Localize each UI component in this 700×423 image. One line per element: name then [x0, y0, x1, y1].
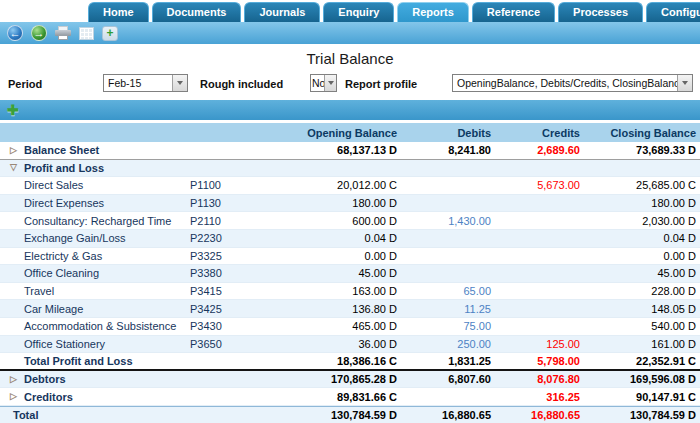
table-row-direct-sales: Direct SalesP110020,012.00 C5,673.0025,6…	[0, 177, 700, 195]
table-row-debtors: ▷Debtors170,865.28 D6,807.608,076.80169,…	[0, 371, 700, 389]
chevron-down-icon[interactable]	[324, 75, 336, 91]
table-header-row: Opening Balance Debits Credits Closing B…	[0, 123, 700, 142]
closing-balance-value: 161.00 D	[580, 338, 700, 350]
account-code: P3430	[190, 320, 250, 332]
report-profile-value: OpeningBalance, Debits/Credits, ClosingB…	[453, 77, 677, 89]
account-name: Exchange Gain/Loss	[24, 232, 126, 244]
expand-icon[interactable]: ▷	[8, 375, 19, 384]
account-code: P2230	[190, 232, 250, 244]
table-row-electricty-gas: Electricty & GasP33250.00 D0.00 D	[0, 248, 700, 266]
period-select[interactable]: Feb-15	[103, 74, 188, 92]
account-code: P3425	[190, 303, 250, 315]
period-value: Feb-15	[104, 77, 172, 89]
account-name: Total	[13, 409, 38, 421]
opening-balance-value: 0.00 D	[250, 250, 397, 262]
closing-balance-value: 540.00 D	[580, 320, 700, 332]
closing-balance-value: 2,030.00 D	[580, 215, 700, 227]
account-code: P3415	[190, 285, 250, 297]
back-icon[interactable]: ←	[7, 25, 23, 41]
debits-value[interactable]: 65.00	[397, 285, 491, 297]
table-row-accommodation-subsistence: Accommodation & SubsistenceP3430465.00 D…	[0, 318, 700, 336]
chevron-down-icon[interactable]	[172, 75, 187, 91]
account-code: P3325	[190, 250, 250, 262]
add-row-icon[interactable]: ✚	[7, 103, 19, 117]
table-row-creditors: ▷Creditors89,831.66 C316.2590,147.91 C	[0, 388, 700, 406]
account-name: Electricty & Gas	[24, 250, 102, 262]
tab-home[interactable]: Home	[88, 2, 149, 22]
tab-reports[interactable]: Reports	[397, 2, 469, 22]
column-header-credits: Credits	[491, 127, 580, 139]
opening-balance-value: 18,386.16 C	[250, 355, 397, 367]
table-row-office-stationery: Office StationeryP365036.00 D250.00125.0…	[0, 336, 700, 354]
column-header-debits: Debits	[397, 127, 491, 139]
print-icon-tray	[58, 35, 68, 40]
account-name: Office Stationery	[24, 338, 105, 350]
table-row-profit-and-loss: ▽Profit and Loss	[0, 160, 700, 178]
forward-icon[interactable]: →	[31, 25, 47, 41]
closing-balance-value: 180.00 D	[580, 197, 700, 209]
table-row-exchange-gain-loss: Exchange Gain/LossP22300.04 D0.04 D	[0, 230, 700, 248]
account-name: Consultancy: Recharged Time	[24, 215, 171, 227]
account-name: Debtors	[24, 373, 66, 385]
page-title: Trial Balance	[0, 44, 700, 70]
account-name: Direct Expenses	[24, 197, 104, 209]
grid-icon[interactable]	[79, 27, 94, 40]
account-name: Profit and Loss	[24, 162, 104, 174]
report-profile-select[interactable]: OpeningBalance, Debits/Credits, ClosingB…	[452, 74, 693, 92]
table-row-office-cleaning: Office CleaningP338045.00 D45.00 D	[0, 265, 700, 283]
credits-value: 8,076.80	[491, 373, 580, 385]
tab-configuration[interactable]: Configuration	[646, 2, 700, 22]
closing-balance-value: 228.00 D	[580, 285, 700, 297]
add-box-icon[interactable]: +	[102, 26, 118, 41]
opening-balance-value: 600.00 D	[250, 215, 397, 227]
closing-balance-value: 148.05 D	[580, 303, 700, 315]
tab-reference[interactable]: Reference	[472, 2, 555, 22]
closing-balance-value: 90,147.91 C	[580, 391, 700, 403]
filter-bar: Period Feb-15 Rough included No Report p…	[0, 70, 700, 98]
report-profile-label: Report profile	[345, 78, 417, 90]
rough-included-select[interactable]: No	[310, 74, 337, 92]
expand-icon[interactable]: ▷	[8, 392, 19, 401]
opening-balance-value: 0.04 D	[250, 232, 397, 244]
debits-value: 6,807.60	[397, 373, 491, 385]
debits-value[interactable]: 1,430.00	[397, 215, 491, 227]
account-name: Car Mileage	[24, 303, 83, 315]
account-name: Total Profit and Loss	[24, 355, 133, 367]
debits-value[interactable]: 250.00	[397, 338, 491, 350]
table-row-car-mileage: Car MileageP3425136.80 D11.25148.05 D	[0, 300, 700, 318]
add-bar: ✚	[0, 100, 700, 120]
opening-balance-value: 20,012.00 C	[250, 179, 397, 191]
expand-icon[interactable]: ▷	[8, 146, 19, 155]
print-icon[interactable]	[55, 26, 71, 40]
credits-value: 16,880.65	[491, 409, 580, 421]
debits-value: 16,880.65	[397, 409, 491, 421]
opening-balance-value: 36.00 D	[250, 338, 397, 350]
tab-journals[interactable]: Journals	[244, 2, 320, 22]
account-code: P1130	[190, 197, 250, 209]
credits-value: 5,673.00	[491, 179, 580, 191]
opening-balance-value: 180.00 D	[250, 197, 397, 209]
period-label: Period	[8, 78, 42, 90]
table-row-consultancy-recharged-time: Consultancy: Recharged TimeP2110600.00 D…	[0, 212, 700, 230]
tab-enquiry[interactable]: Enquiry	[323, 2, 394, 22]
tab-documents[interactable]: Documents	[152, 2, 242, 22]
opening-balance-value: 163.00 D	[250, 285, 397, 297]
account-code: P2110	[190, 215, 250, 227]
account-name: Accommodation & Subsistence	[24, 320, 176, 332]
closing-balance-value: 73,689.33 D	[580, 144, 700, 156]
chevron-down-icon[interactable]	[677, 75, 692, 91]
credits-value: 5,798.00	[491, 355, 580, 367]
account-name: Direct Sales	[24, 179, 83, 191]
closing-balance-value: 25,685.00 C	[580, 179, 700, 191]
collapse-icon[interactable]: ▽	[8, 163, 19, 172]
tab-processes[interactable]: Processes	[558, 2, 643, 22]
credits-value: 316.25	[491, 391, 580, 403]
credits-value: 125.00	[491, 338, 580, 350]
debits-value[interactable]: 11.25	[397, 303, 491, 315]
account-name: Travel	[24, 285, 54, 297]
debits-value[interactable]: 75.00	[397, 320, 491, 332]
opening-balance-value: 170,865.28 D	[250, 373, 397, 385]
column-header-opening-balance: Opening Balance	[250, 127, 397, 139]
table-row-travel: TravelP3415163.00 D65.00228.00 D	[0, 283, 700, 301]
table-body: ▷Balance Sheet68,137.13 D8,241.802,689.6…	[0, 142, 700, 423]
